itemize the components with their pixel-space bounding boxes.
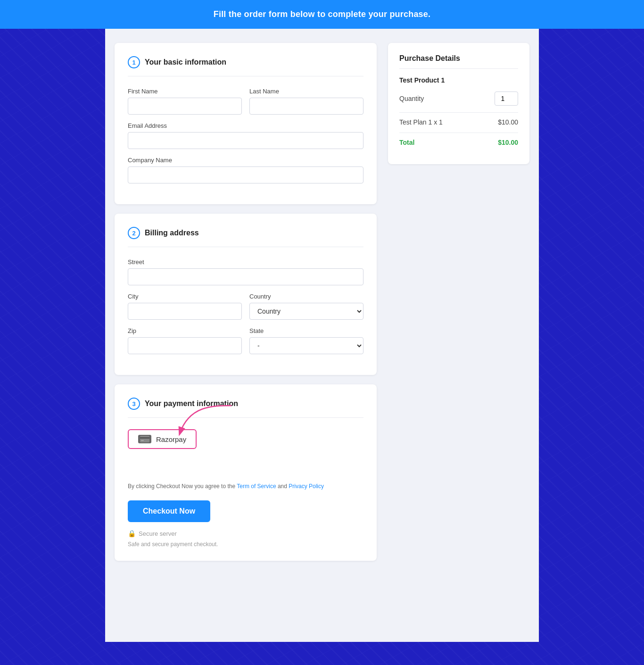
step-2-circle: 2 [128, 227, 140, 239]
secure-row: 🔒 Secure server [128, 530, 363, 537]
payment-card: 3 Your payment information [115, 384, 377, 561]
zip-group: Zip [128, 327, 242, 354]
company-label: Company Name [128, 157, 363, 164]
total-row: Total $10.00 [399, 139, 518, 146]
purchase-divider [399, 112, 518, 113]
country-select[interactable]: Country United States India United Kingd… [249, 303, 363, 320]
plan-row: Test Plan 1 x 1 $10.00 [399, 118, 518, 126]
purchase-divider-2 [399, 133, 518, 133]
product-name: Test Product 1 [399, 76, 518, 84]
step-1-circle: 1 [128, 56, 140, 68]
svg-rect-2 [141, 440, 144, 441]
company-group: Company Name [128, 157, 363, 183]
last-name-group: Last Name [249, 88, 363, 115]
checkout-button[interactable]: Checkout Now [128, 500, 210, 522]
lock-icon: 🔒 [128, 530, 136, 537]
basic-info-heading: Your basic information [145, 58, 226, 66]
safe-text: Safe and secure payment checkout. [128, 541, 363, 548]
first-name-input[interactable] [128, 98, 242, 115]
secure-text: Secure server [139, 530, 177, 537]
zip-label: Zip [128, 327, 242, 334]
terms-text: By clicking Checkout Now you agree to th… [128, 482, 363, 491]
street-row: Street [128, 258, 363, 285]
last-name-input[interactable] [249, 98, 363, 115]
quantity-input[interactable] [495, 91, 518, 106]
arrow-indicator [175, 403, 236, 439]
city-label: City [128, 293, 242, 300]
email-input[interactable] [128, 132, 363, 149]
payment-title: 3 Your payment information [128, 398, 363, 418]
quantity-row: Quantity [399, 91, 518, 106]
first-name-group: First Name [128, 88, 242, 115]
banner-text: Fill the order form below to complete yo… [214, 9, 430, 19]
svg-rect-1 [140, 437, 149, 439]
city-input[interactable] [128, 303, 242, 320]
state-label: State [249, 327, 363, 334]
quantity-label: Quantity [399, 95, 424, 102]
svg-rect-0 [140, 436, 149, 442]
street-label: Street [128, 258, 363, 266]
state-select[interactable]: - [249, 337, 363, 354]
basic-info-card: 1 Your basic information First Name Last… [115, 43, 377, 204]
city-group: City [128, 293, 242, 320]
zip-input[interactable] [128, 337, 242, 354]
last-name-label: Last Name [249, 88, 363, 95]
company-name-input[interactable] [128, 166, 363, 183]
right-column: Purchase Details Test Product 1 Quantity… [388, 43, 529, 164]
privacy-policy-link[interactable]: Privacy Policy [289, 483, 324, 490]
top-banner: Fill the order form below to complete yo… [0, 0, 644, 29]
name-row: First Name Last Name [128, 88, 363, 115]
plan-price: $10.00 [498, 118, 518, 126]
billing-heading: Billing address [145, 229, 199, 237]
terms-of-service-link[interactable]: Term of Service [237, 483, 276, 490]
email-row: Email Address [128, 122, 363, 149]
street-input[interactable] [128, 268, 363, 285]
total-value: $10.00 [498, 139, 518, 146]
billing-title: 2 Billing address [128, 227, 363, 247]
basic-info-title: 1 Your basic information [128, 56, 363, 76]
purchase-details-card: Purchase Details Test Product 1 Quantity… [388, 43, 529, 164]
step-3-circle: 3 [128, 398, 140, 410]
left-column: 1 Your basic information First Name Last… [115, 43, 377, 570]
city-country-row: City Country Country United States India… [128, 293, 363, 320]
content-grid: 1 Your basic information First Name Last… [115, 43, 529, 570]
card-icon [138, 435, 151, 443]
main-content: 1 Your basic information First Name Last… [105, 29, 539, 642]
email-label: Email Address [128, 122, 363, 129]
email-group: Email Address [128, 122, 363, 149]
street-group: Street [128, 258, 363, 285]
country-group: Country Country United States India Unit… [249, 293, 363, 320]
plan-label: Test Plan 1 x 1 [399, 118, 443, 126]
billing-address-card: 2 Billing address Street City [115, 214, 377, 375]
state-group: State - [249, 327, 363, 354]
purchase-details-title: Purchase Details [399, 54, 518, 69]
company-row: Company Name [128, 157, 363, 183]
total-label: Total [399, 139, 414, 146]
first-name-label: First Name [128, 88, 242, 95]
country-label: Country [249, 293, 363, 300]
zip-state-row: Zip State - [128, 327, 363, 354]
